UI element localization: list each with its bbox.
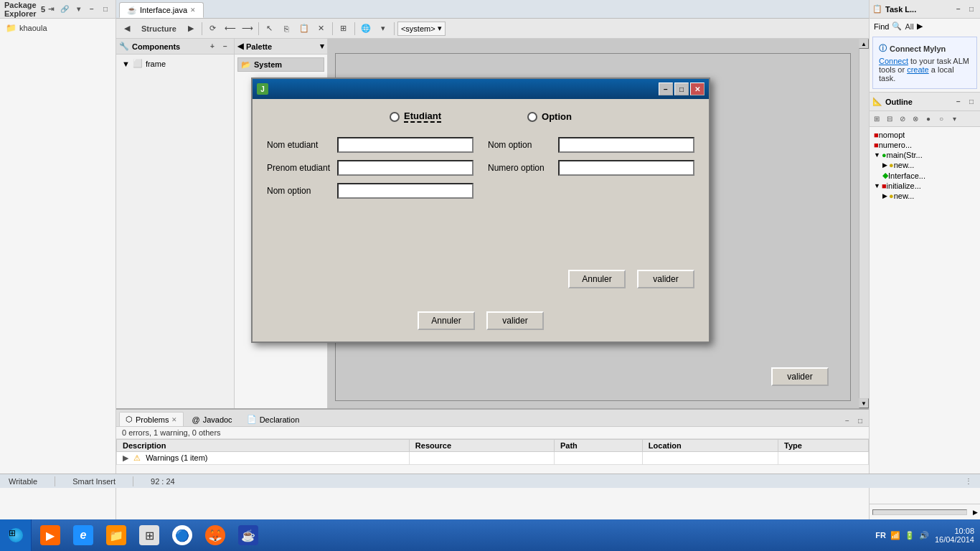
annuler-btn[interactable]: Annuler — [418, 311, 475, 330]
nom-option-left-label: Nom option — [267, 186, 331, 196]
battery-icon: 🔋 — [905, 531, 915, 540]
radio-etudiant-label: Etudiant — [404, 110, 441, 123]
dialog-overlay: J − □ ✕ Etudiant Option — [0, 0, 980, 551]
valider-btn[interactable]: valider — [486, 311, 544, 330]
dialog-spacer — [267, 207, 694, 261]
dialog-box: J − □ ✕ Etudiant Option — [251, 77, 710, 343]
clock-time: 10:08 — [935, 527, 974, 535]
dialog-body: Etudiant Option Nom etudiant Prenom etud… — [253, 99, 709, 342]
taskbar-app-firefox[interactable]: 🦊 — [199, 521, 231, 550]
lang-indicator: FR — [875, 531, 886, 540]
form-row-nom-etudiant: Nom etudiant — [267, 137, 473, 153]
dialog-title-icon: J — [257, 83, 268, 95]
numero-option-label: Numero option — [488, 163, 552, 173]
form-columns: Nom etudiant Prenom etudiant Nom option — [267, 137, 694, 199]
form-row-nom-option-left: Nom option — [267, 183, 473, 199]
radio-option-label: Option — [542, 111, 572, 122]
dialog-close-btn[interactable]: ✕ — [690, 83, 705, 95]
radio-etudiant-circle — [390, 112, 400, 122]
ie-icon: e — [73, 525, 93, 545]
dialog-buttons: Annuler valider — [267, 311, 694, 330]
network-icon: 📶 — [890, 531, 900, 540]
firefox-icon: 🦊 — [205, 525, 225, 545]
taskbar-app-grid[interactable]: ⊞ — [133, 521, 165, 550]
radio-etudiant[interactable]: Etudiant — [390, 110, 441, 123]
nom-option-label: Nom option — [488, 140, 552, 150]
taskbar-app-ie[interactable]: e — [67, 521, 99, 550]
media-icon: ▶ — [40, 525, 60, 545]
dialog-titlebar: J − □ ✕ — [253, 79, 709, 99]
form-row-numero-option: Numero option — [488, 160, 694, 176]
radio-option-circle — [527, 112, 537, 122]
grid-icon: ⊞ — [139, 525, 159, 545]
annuler-right-btn[interactable]: Annuler — [568, 270, 626, 288]
valider-right-btn[interactable]: valider — [637, 270, 694, 288]
taskbar-app-media[interactable]: ▶ — [34, 521, 66, 550]
taskbar-app-explorer[interactable]: 📁 — [100, 521, 132, 550]
taskbar-app-eclipse[interactable]: ☕ — [232, 521, 264, 550]
nom-etudiant-input[interactable] — [337, 137, 473, 153]
nom-option-left-input[interactable] — [337, 183, 473, 199]
prenom-etudiant-input[interactable] — [337, 160, 473, 176]
dialog-minimize-btn[interactable]: − — [659, 83, 673, 95]
taskbar-apps: ▶ e 📁 ⊞ 🔵 🦊 ☕ — [32, 519, 267, 551]
nom-option-input[interactable] — [558, 137, 694, 153]
explorer-icon: 📁 — [106, 525, 126, 545]
dialog-title-buttons: − □ ✕ — [659, 83, 705, 95]
radio-section: Etudiant Option — [267, 110, 694, 123]
numero-option-input[interactable] — [558, 160, 694, 176]
form-row-nom-option: Nom option — [488, 137, 694, 153]
taskbar-system-icons: FR 📶 🔋 🔊 — [875, 531, 929, 540]
taskbar: ⊞ ▶ e 📁 ⊞ 🔵 🦊 ☕ FR 📶 🔋 🔊 — [0, 519, 980, 551]
chrome-icon: 🔵 — [172, 525, 192, 545]
nom-etudiant-label: Nom etudiant — [267, 140, 331, 150]
eclipse-icon: ☕ — [238, 525, 258, 545]
clock-date: 16/04/2014 — [935, 535, 974, 544]
start-icon: ⊞ — [9, 528, 23, 542]
volume-icon: 🔊 — [919, 531, 929, 540]
form-right-col: Nom option Numero option — [488, 137, 694, 199]
dialog-maximize-btn[interactable]: □ — [674, 83, 689, 95]
form-left-col: Nom etudiant Prenom etudiant Nom option — [267, 137, 473, 199]
start-button[interactable]: ⊞ — [0, 519, 32, 551]
taskbar-clock: 10:08 16/04/2014 — [935, 527, 974, 544]
radio-option[interactable]: Option — [527, 110, 572, 123]
right-buttons-row: Annuler valider — [267, 270, 694, 288]
form-row-prenom-etudiant: Prenom etudiant — [267, 160, 473, 176]
taskbar-app-chrome[interactable]: 🔵 — [166, 521, 198, 550]
taskbar-right: FR 📶 🔋 🔊 10:08 16/04/2014 — [875, 527, 980, 544]
prenom-etudiant-label: Prenom etudiant — [267, 163, 331, 173]
